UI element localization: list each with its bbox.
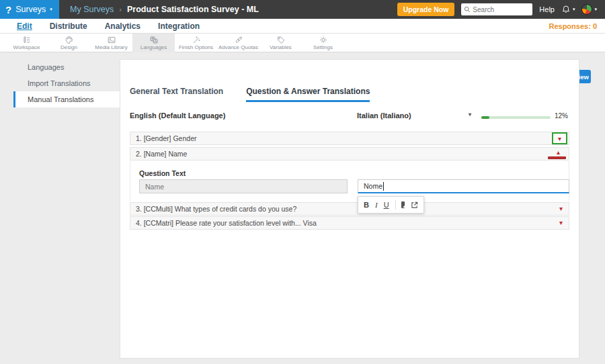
variables-icon: [276, 36, 286, 44]
questionpro-logo-icon: ?: [5, 4, 11, 15]
question-row-gender[interactable]: 1. [Gender] Gender ▾: [130, 132, 569, 145]
question-row-name[interactable]: 2. [Name] Name ▴: [130, 147, 569, 161]
toolbar-workspace[interactable]: Workspace: [5, 34, 48, 52]
toolbar-settings[interactable]: Settings: [302, 34, 344, 52]
tab-question-answer-translations[interactable]: Question & Answer Translations: [246, 87, 370, 102]
toolbar-variables[interactable]: Variables: [259, 34, 302, 52]
question-text-label: Question Text: [139, 169, 186, 177]
chevron-down-icon: ▾: [50, 7, 52, 12]
chevron-down-icon: ▾: [469, 111, 471, 120]
question-row-ccmatri[interactable]: 4. [CCMatri] Please rate your satisfacti…: [130, 216, 569, 230]
help-link[interactable]: Help: [539, 5, 555, 13]
question-label: 4. [CCMatri] Please rate your satisfacti…: [136, 219, 317, 227]
text-cursor: [383, 182, 384, 191]
italic-button[interactable]: I: [375, 201, 378, 209]
open-link-icon[interactable]: [411, 201, 418, 209]
question-label: 1. [Gender] Gender: [136, 134, 196, 142]
insert-image-icon[interactable]: [401, 201, 405, 208]
breadcrumb: My Surveys › Product Satisfaction Survey…: [70, 5, 259, 14]
translation-progress-percent: 12%: [555, 112, 568, 120]
translation-tabs: General Text Translation Question & Answ…: [130, 87, 370, 102]
translation-progress-fill: [481, 116, 489, 119]
expand-caret-icon[interactable]: ▾: [558, 135, 561, 142]
upgrade-now-button[interactable]: Upgrade Now: [397, 3, 455, 16]
avatar: [581, 4, 592, 15]
collapse-caret-icon[interactable]: ▴: [557, 148, 560, 156]
breadcrumb-my-surveys[interactable]: My Surveys: [70, 5, 114, 14]
responses-count[interactable]: Responses: 0: [549, 22, 605, 30]
breadcrumb-separator-icon: ›: [119, 5, 122, 13]
nav-distribute[interactable]: Distribute: [41, 21, 96, 31]
chevron-down-icon: ▾: [594, 7, 597, 12]
target-language-value: Italian (Italiano): [357, 111, 411, 120]
search-input[interactable]: [473, 6, 526, 13]
source-language-label: English (Default Language): [130, 111, 225, 120]
primary-nav: Edit Distribute Analytics Integration Re…: [0, 19, 605, 34]
question-row-ccmulti[interactable]: 3. [CCMulti] What types of credit cards …: [130, 202, 569, 216]
toolbar-finish-options[interactable]: Finish Options: [175, 34, 217, 52]
translation-progress-bar: [481, 116, 551, 119]
question-label: 2. [Name] Name: [136, 150, 187, 158]
finish-options-icon: [192, 36, 201, 44]
bold-button[interactable]: B: [364, 201, 369, 209]
toolbar-languages[interactable]: A Languages: [132, 34, 175, 52]
question-label: 3. [CCMulti] What types of credit cards …: [136, 205, 296, 213]
manual-translations-panel: General Text Translation Question & Answ…: [120, 59, 579, 359]
expand-caret-icon[interactable]: ▾: [559, 219, 563, 226]
sidebar-item-languages[interactable]: Languages: [13, 59, 120, 75]
product-menu[interactable]: ? Surveys ▾: [0, 0, 59, 19]
sidebar-item-manual-translations[interactable]: Manual Translations: [13, 91, 120, 107]
nav-edit[interactable]: Edit: [8, 21, 41, 31]
translations-sidebar: Languages Import Translations Manual Tra…: [13, 59, 120, 107]
expanded-indicator-bar: [548, 156, 566, 159]
media-library-icon: [107, 36, 116, 44]
bell-icon: [561, 5, 571, 14]
top-bar: ? Surveys ▾ My Surveys › Product Satisfa…: [0, 0, 605, 19]
nav-analytics[interactable]: Analytics: [96, 21, 149, 31]
notifications-menu[interactable]: ▾: [561, 5, 575, 14]
edit-toolbar: Workspace Design Media Library A Languag…: [0, 34, 605, 52]
target-text-input[interactable]: [358, 179, 569, 193]
toolbar-design[interactable]: Design: [48, 34, 90, 52]
search-icon: [464, 6, 471, 13]
source-text-input[interactable]: [139, 179, 348, 193]
global-search[interactable]: [461, 3, 532, 15]
toolbar-advance-quotas[interactable]: Advance Quotas: [217, 34, 259, 52]
design-icon: [65, 36, 74, 44]
survey-title: Product Satisfaction Survey - ML: [127, 5, 259, 14]
advance-quotas-icon: [234, 36, 243, 44]
formatting-toolbar: B I U: [358, 196, 424, 214]
chevron-down-icon: ▾: [573, 7, 575, 12]
underline-button[interactable]: U: [384, 201, 389, 209]
nav-integration[interactable]: Integration: [149, 21, 208, 31]
sidebar-item-import-translations[interactable]: Import Translations: [13, 75, 120, 91]
expand-caret-icon[interactable]: ▾: [559, 205, 563, 212]
product-menu-label: Surveys: [15, 5, 46, 14]
toolbar-media-library[interactable]: Media Library: [90, 34, 132, 52]
question-editor: Question Text B I U: [130, 161, 569, 201]
workspace-icon: [22, 36, 32, 44]
action-target-annotation: ▾: [552, 132, 567, 144]
tab-general-text-translation[interactable]: General Text Translation: [130, 87, 223, 102]
languages-icon: A: [149, 36, 159, 44]
target-language-select[interactable]: Italian (Italiano) ▾: [357, 111, 471, 120]
account-menu[interactable]: ▾: [581, 4, 597, 15]
settings-icon: [319, 36, 328, 44]
